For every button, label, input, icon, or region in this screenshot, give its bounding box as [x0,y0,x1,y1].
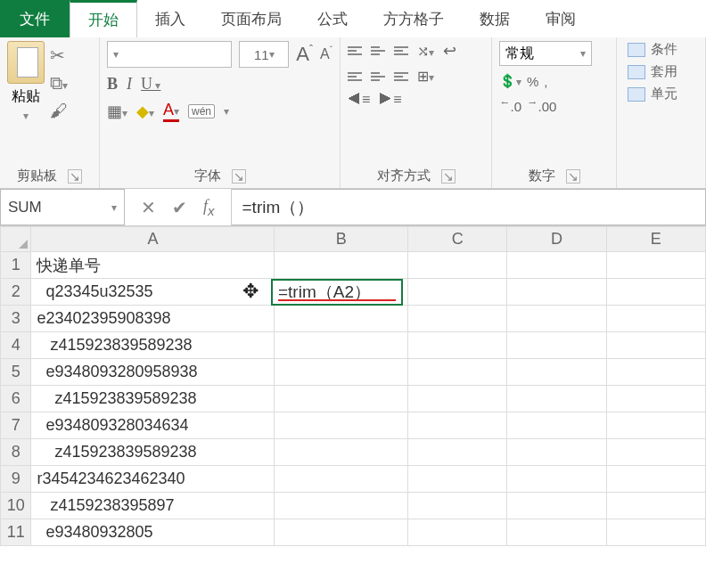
row-header[interactable]: 8 [1,439,31,466]
col-header-E[interactable]: E [606,227,705,252]
enter-formula-icon[interactable]: ✔ [172,197,187,218]
font-name-select[interactable]: ▾ [107,41,232,68]
cell[interactable] [408,332,507,359]
cell[interactable] [275,386,408,412]
cell[interactable] [507,252,606,279]
cell[interactable] [408,519,507,546]
font-size-select[interactable]: 11 ▾ [239,41,289,68]
tab-review[interactable]: 审阅 [528,0,594,37]
cut-icon[interactable]: ✂ [50,45,68,66]
cell[interactable] [606,412,705,439]
formula-input[interactable]: =trim（） [232,189,706,225]
cell[interactable] [507,306,606,332]
cell[interactable] [606,386,705,412]
cell[interactable]: e93480932805 [31,519,275,546]
col-header-D[interactable]: D [507,227,606,252]
align-middle-button[interactable] [371,46,385,55]
cell[interactable] [606,279,705,306]
cell[interactable] [606,439,705,466]
cell[interactable] [606,359,705,386]
align-bottom-button[interactable] [394,46,408,55]
row-header[interactable]: 5 [1,359,31,386]
name-box-dropdown-icon[interactable]: ▾ [111,201,117,214]
cell[interactable]: e9348093280958938 [31,359,275,386]
cell[interactable] [507,439,606,466]
cell[interactable] [507,519,606,546]
align-top-button[interactable] [348,46,362,55]
cell[interactable] [606,332,705,359]
cell[interactable] [275,412,408,439]
cancel-formula-icon[interactable]: ✕ [141,197,156,218]
shrink-font-icon[interactable]: Aˇ [320,45,332,62]
row-header[interactable]: 1 [1,252,31,279]
row-header[interactable]: 11 [1,519,31,546]
number-launcher-icon[interactable]: ↘ [566,169,580,184]
increase-decimal-button[interactable]: ←.0 [499,96,521,114]
cell[interactable]: e934809328034634 [31,412,275,439]
col-header-A[interactable]: A [31,227,275,252]
number-format-select[interactable]: 常规▾ [499,41,592,66]
merge-cells-button[interactable]: ⊞▾ [417,68,434,85]
underline-button[interactable]: U ▾ [141,75,160,94]
cell[interactable] [507,279,606,306]
align-center-button[interactable] [371,72,385,81]
align-launcher-icon[interactable]: ↘ [441,169,456,184]
cell[interactable]: z415923839589238 [31,439,275,466]
cell[interactable] [507,359,606,386]
grow-font-icon[interactable]: Aˆ [296,43,313,66]
cell[interactable] [275,252,408,279]
bold-button[interactable]: B [107,75,118,94]
cell[interactable] [507,412,606,439]
cell[interactable] [408,466,507,493]
row-header[interactable]: 10 [1,493,31,519]
active-cell-B2[interactable]: =trim（A2） [271,279,403,306]
row-header[interactable]: 4 [1,332,31,359]
cell[interactable] [408,439,507,466]
cell[interactable]: q23345u32535 [31,279,275,306]
accounting-format-button[interactable]: 💲▾ [499,73,521,89]
cell[interactable] [606,252,705,279]
cell[interactable]: r3454234623462340 [31,466,275,493]
cell[interactable] [507,332,606,359]
tab-ffgz[interactable]: 方方格子 [365,0,462,37]
align-left-button[interactable] [348,72,362,81]
wrap-text-button[interactable]: ↩ [443,41,456,61]
row-header[interactable]: 7 [1,412,31,439]
name-box[interactable]: SUM ▾ [0,189,125,225]
cell[interactable] [275,519,408,546]
fill-color-button[interactable]: ◆▾ [136,102,154,121]
tab-file[interactable]: 文件 [0,0,70,37]
comma-format-button[interactable]: , [544,74,547,89]
tab-insert[interactable]: 插入 [137,0,203,37]
cell[interactable] [275,439,408,466]
cell[interactable] [408,412,507,439]
cell[interactable]: 快递单号 [31,252,275,279]
cell[interactable] [275,359,408,386]
cell[interactable]: z415923839589238 [31,386,275,412]
tab-home[interactable]: 开始 [70,0,137,37]
cell[interactable]: z4159238395897 [31,493,275,519]
cell[interactable]: z415923839589238 [31,332,275,359]
cell[interactable] [275,466,408,493]
row-header[interactable]: 9 [1,466,31,493]
worksheet-grid[interactable]: A B C D E 1快递单号 2 q23345u32535 3e2340239… [0,226,706,546]
cell[interactable] [408,252,507,279]
tab-data[interactable]: 数据 [462,0,528,37]
conditional-formatting-button[interactable]: 条件 [628,41,698,58]
copy-icon[interactable]: ⧉▾ [50,73,68,94]
cell[interactable] [507,466,606,493]
paste-button[interactable]: 粘贴 ▾ [7,41,45,122]
decrease-decimal-button[interactable]: →.00 [527,96,556,114]
tab-formulas[interactable]: 公式 [300,0,365,37]
cell[interactable] [606,519,705,546]
cell[interactable] [408,279,507,306]
font-launcher-icon[interactable]: ↘ [232,169,246,184]
fx-icon[interactable]: fx [203,197,215,218]
align-right-button[interactable] [394,72,408,81]
row-header[interactable]: 6 [1,386,31,412]
cell[interactable] [606,306,705,332]
cell-styles-button[interactable]: 单元 [628,86,698,102]
row-header[interactable]: 3 [1,306,31,332]
select-all-corner[interactable] [1,227,31,252]
col-header-C[interactable]: C [408,227,507,252]
